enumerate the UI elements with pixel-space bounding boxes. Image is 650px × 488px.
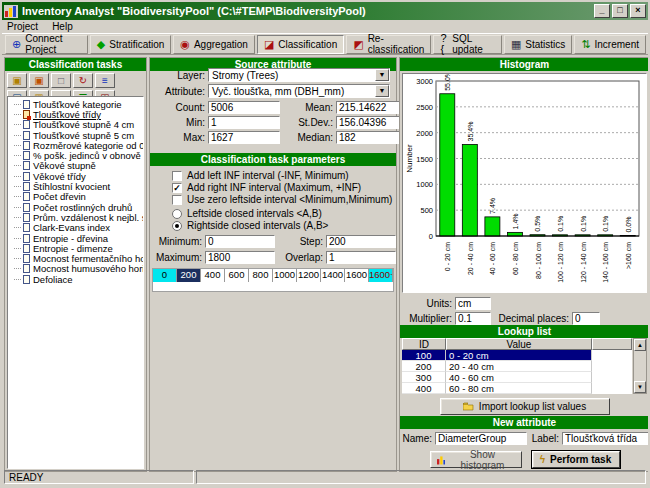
interval-cell[interactable]: 400 xyxy=(201,269,225,282)
sql-update-label: SQL update xyxy=(452,33,495,55)
toolbar-button-increment[interactable]: ⇅Increment xyxy=(574,35,646,54)
close-button[interactable]: × xyxy=(630,4,646,18)
task-list-item[interactable]: Počet rostlinných druhů xyxy=(10,202,143,212)
checkbox-row[interactable]: ✓Add right INF interval (Maximum, +INF) xyxy=(172,182,361,193)
main-toolbar: ⊕Connect Project◆Stratification◉Aggregat… xyxy=(2,33,648,55)
import-task-button[interactable]: ▣ xyxy=(7,73,27,88)
layer-select[interactable]: Stromy (Trees) ▼ xyxy=(208,68,390,82)
toolbar-button-aggregation[interactable]: ◉Aggregation xyxy=(173,35,255,54)
lookup-row[interactable]: 30040 - 60 cm xyxy=(402,372,632,383)
radio-button[interactable] xyxy=(172,221,182,231)
task-list-item[interactable]: Defoliace xyxy=(10,274,143,284)
lookup-scrollbar[interactable]: ▲ ▼ xyxy=(633,338,647,394)
task-list-item[interactable]: Tloušťkové kategorie xyxy=(10,99,143,109)
task-list-item[interactable]: Štíhlostní kvocient xyxy=(10,181,143,191)
toolbar-button-statistics[interactable]: ▦Statistics xyxy=(504,35,572,54)
interval-cell[interactable]: 600 xyxy=(225,269,249,282)
lookup-col-value[interactable]: Value xyxy=(446,338,592,350)
toolbar-button-stratification[interactable]: ◆Stratification xyxy=(90,35,172,54)
task-list-item[interactable]: Mocnost humusového horizontu xyxy=(10,264,143,274)
interval-cell[interactable]: 1600+ xyxy=(369,269,393,282)
decimal-places-input[interactable] xyxy=(572,312,600,325)
task-list-item[interactable]: Clark-Evans index xyxy=(10,223,143,233)
lookup-col-id[interactable]: ID xyxy=(402,338,446,350)
task-list-item[interactable]: Počet dřevin xyxy=(10,192,143,202)
multiplier-label: Multiplier: xyxy=(400,313,452,324)
minimum-input[interactable] xyxy=(205,235,275,248)
task-list-item[interactable]: Tloušťkové stupně 4 cm xyxy=(10,120,143,130)
lookup-row[interactable]: 20020 - 40 cm xyxy=(402,361,632,372)
svg-text:35.4%: 35.4% xyxy=(467,122,474,142)
interval-cell[interactable]: 1400 xyxy=(321,269,345,282)
chevron-down-icon[interactable]: ▼ xyxy=(375,69,389,81)
checkbox[interactable]: ✓ xyxy=(172,183,182,193)
rename-task-button[interactable]: ≡ xyxy=(95,73,115,88)
menu-project[interactable]: Project xyxy=(7,21,38,32)
minimize-button[interactable]: _ xyxy=(594,4,610,18)
interval-cell[interactable]: 1000 xyxy=(273,269,297,282)
interval-cell[interactable]: 1600 xyxy=(345,269,369,282)
classification-tasks-panel: Classification tasks ▣▣□↻≡ ▤▥▬☰◫ Tloušťk… xyxy=(4,57,147,472)
toolbar-button-sql-update[interactable]: ?{SQL update xyxy=(433,35,502,54)
task-list-item[interactable]: Mocnost fermentačního horizontu xyxy=(10,253,143,263)
radio-row[interactable]: Rightside closed intervals (A,B> xyxy=(172,220,328,231)
multiplier-input[interactable] xyxy=(455,312,491,325)
task-list-item[interactable]: Tloušťkové třídy xyxy=(10,109,143,119)
scroll-down-icon[interactable]: ▼ xyxy=(634,381,646,393)
toolbar-button-connect-project[interactable]: ⊕Connect Project xyxy=(5,35,88,54)
units-input[interactable] xyxy=(455,297,491,310)
checkbox-row[interactable]: Use zero leftside interval <Minimum,Mini… xyxy=(172,194,392,205)
attribute-label: Attribute: xyxy=(150,86,205,97)
task-list-item[interactable]: Rozměrové kategorie od 0.1 m xyxy=(10,140,143,150)
toolbar-button-re-classification[interactable]: ◩Re-classification xyxy=(346,35,431,54)
interval-cell[interactable]: 800 xyxy=(249,269,273,282)
svg-text:Number: Number xyxy=(405,144,414,173)
import-lookup-button[interactable]: Import lookup list values xyxy=(440,398,610,415)
new-task-button[interactable]: □ xyxy=(51,73,71,88)
lookup-row[interactable]: 40060 - 80 cm xyxy=(402,383,632,394)
status-bar: READY xyxy=(2,469,648,486)
task-list[interactable]: Tloušťkové kategorieTloušťkové třídyTlou… xyxy=(7,96,144,469)
document-icon xyxy=(23,100,30,109)
task-list-item[interactable]: Věkové stupně xyxy=(10,161,143,171)
task-list-item[interactable]: Věkové třídy xyxy=(10,171,143,181)
stdev-field xyxy=(336,116,408,129)
maximum-input[interactable] xyxy=(205,251,275,264)
refresh-tasks-button[interactable]: ↻ xyxy=(73,73,93,88)
restore-button[interactable]: □ xyxy=(612,4,628,18)
lookup-row[interactable]: 1000 - 20 cm xyxy=(402,350,632,361)
status-spacer xyxy=(196,470,646,484)
step-input[interactable] xyxy=(326,235,396,248)
task-list-item[interactable]: Prům. vzdálenost k nejbl. stromu xyxy=(10,212,143,222)
show-histogram-button[interactable]: Show histogram xyxy=(430,451,522,468)
attribute-select[interactable]: Vyč. tloušťka, mm (DBH_mm) ▼ xyxy=(208,84,390,98)
checkbox[interactable] xyxy=(172,171,182,181)
chevron-down-icon[interactable]: ▼ xyxy=(375,85,389,97)
scroll-up-icon[interactable]: ▲ xyxy=(634,339,646,351)
lookup-table[interactable]: IDValue1000 - 20 cm20020 - 40 cm30040 - … xyxy=(402,338,632,394)
interval-cell[interactable]: 0 xyxy=(153,269,177,282)
task-label: Defoliace xyxy=(33,274,73,285)
stdev-label: St.Dev.: xyxy=(280,117,333,128)
task-list-item[interactable]: Tloušťkové stupně 5 cm xyxy=(10,130,143,140)
interval-cell[interactable]: 200 xyxy=(177,269,201,282)
source-attribute-panel: Source attribute Layer: Stromy (Trees) ▼… xyxy=(149,57,397,472)
app-icon xyxy=(4,5,18,18)
perform-task-button[interactable]: ϟ Perform task xyxy=(532,451,620,468)
checkbox[interactable] xyxy=(172,195,182,205)
label-input[interactable] xyxy=(562,432,650,445)
task-list-item[interactable]: % pošk. jedinců v obnově xyxy=(10,150,143,160)
interval-cell[interactable]: 1200 xyxy=(297,269,321,282)
task-list-item[interactable]: Entropie - dřevina xyxy=(10,233,143,243)
radio-row[interactable]: Leftside closed intervals <A,B) xyxy=(172,208,322,219)
export-task-button[interactable]: ▣ xyxy=(29,73,49,88)
name-input[interactable] xyxy=(435,432,527,445)
task-list-item[interactable]: Entropie - dimenze xyxy=(10,243,143,253)
toolbar-button-classification[interactable]: ◪Classification xyxy=(257,35,344,54)
radio-button[interactable] xyxy=(172,209,182,219)
document-icon xyxy=(23,275,30,284)
menu-help[interactable]: Help xyxy=(52,21,73,32)
checkbox-row[interactable]: Add left INF interval (-INF, Minimum) xyxy=(172,170,349,181)
show-histogram-label: Show histogram xyxy=(450,449,514,471)
overlap-input[interactable] xyxy=(326,251,396,264)
